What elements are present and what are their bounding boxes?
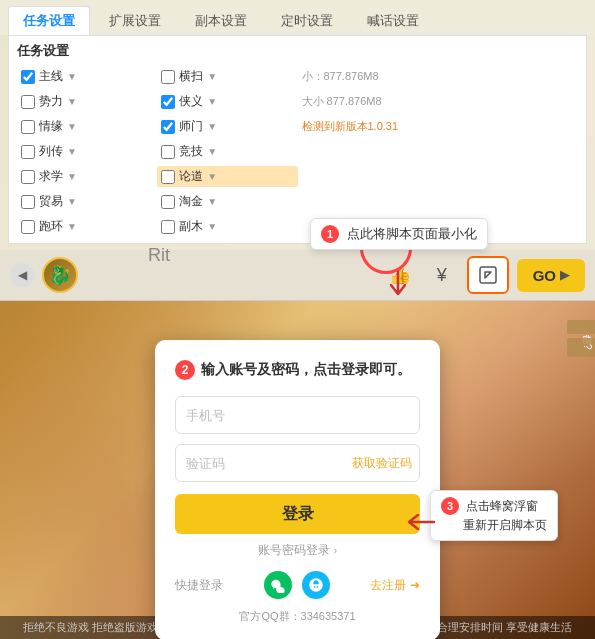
task-checkbox-power[interactable] [21,95,35,109]
task-checkbox-wood[interactable] [161,220,175,234]
task-label-chivalry: 侠义 [179,93,203,110]
go-button[interactable]: GO ▶ [517,259,585,292]
rit-text: Rit [148,245,170,266]
task-checkbox-chivalry[interactable] [161,95,175,109]
task-grid: 主线 ▼ 横扫 ▼ 小：877.876M8 势力 ▼ 侠义 ▼ [17,66,578,237]
task-checkbox-sweep[interactable] [161,70,175,84]
task-label-sweep: 横扫 [179,68,203,85]
task-label-run: 跑环 [39,218,63,235]
task-checkbox-gold[interactable] [161,195,175,209]
task-item-run[interactable]: 跑环 ▼ [17,216,157,237]
like-button[interactable]: 👍 [383,258,417,292]
tab-timer[interactable]: 定时设置 [266,6,348,35]
task-item-affinity[interactable]: 情缘 ▼ [17,116,157,137]
qq-group-text: 官方QQ群：334635371 [175,609,420,624]
task-checkbox-study[interactable] [21,170,35,184]
task-checkbox-trade[interactable] [21,195,35,209]
task-label-gold: 淘金 [179,193,203,210]
task-empty3 [298,191,579,212]
task-arrow-chivalry: ▼ [207,96,217,107]
task-arrow-mainline: ▼ [67,71,77,82]
minimize-button[interactable] [467,256,509,294]
tab-script[interactable]: 副本设置 [180,6,262,35]
go-label: GO [533,267,556,284]
register-text: 去注册 [370,577,406,594]
task-label-mainline: 主线 [39,68,63,85]
login-modal: 2 输入账号及密码，点击登录即可。 获取验证码 登录 账号密码登录 › 快捷登录 [155,340,440,639]
tab-shout[interactable]: 喊话设置 [352,6,434,35]
task-arrow-wood: ▼ [207,221,217,232]
login-header-text: 输入账号及密码，点击登录即可。 [201,361,411,379]
task-label-power: 势力 [39,93,63,110]
quick-login-icons [264,571,330,599]
task-arrow-study: ▼ [67,171,77,182]
login-button[interactable]: 登录 [175,494,420,534]
tab-task[interactable]: 任务设置 [8,6,90,35]
step3-bubble: 3 点击蜂窝浮窗 重新开启脚本页 [430,490,558,541]
phone-input[interactable] [175,396,420,434]
side-buttons: 自动 ? [567,320,595,357]
task-empty1 [298,141,579,162]
left-arrow-button[interactable]: ◀ [10,263,34,287]
bottom-toolbar: ◀ 🐉 👍 ¥ GO ▶ [0,250,595,300]
task-arrow-affinity: ▼ [67,121,77,132]
tab-expand[interactable]: 扩展设置 [94,6,176,35]
task-item-gold[interactable]: 淘金 ▼ [157,191,297,212]
task-label-affinity: 情缘 [39,118,63,135]
get-code-button[interactable]: 获取验证码 [352,455,412,472]
task-item-sweep[interactable]: 横扫 ▼ [157,66,297,87]
task-item-chivalry[interactable]: 侠义 ▼ [157,91,297,112]
side-button-auto[interactable]: 自动 [567,320,595,334]
side-button-help[interactable]: ? [567,338,595,357]
tooltip1-text: 点此将脚本页面最小化 [347,226,477,241]
account-pwd-text: 账号密码登录 [258,542,330,559]
task-label-wood: 副木 [179,218,203,235]
task-item-power[interactable]: 势力 ▼ [17,91,157,112]
task-label-sport: 竞技 [179,143,203,160]
task-panel-title: 任务设置 [17,42,578,60]
tooltip-bubble-1: 1 点此将脚本页面最小化 [310,218,488,250]
task-checkbox-run[interactable] [21,220,35,234]
task-label-study: 求学 [39,168,63,185]
task-arrow-run: ▼ [67,221,77,232]
yen-button[interactable]: ¥ [425,258,459,292]
qq-login-button[interactable] [302,571,330,599]
task-label-master: 师门 [179,118,203,135]
quick-login-row: 快捷登录 去注册 ➜ [175,571,420,599]
task-checkbox-affinity[interactable] [21,120,35,134]
chevron-icon: › [334,545,337,556]
task-info-text: 小：877.876M8 [298,66,579,87]
step2-number: 2 [175,360,195,380]
task-label-biography: 列传 [39,143,63,160]
task-item-study[interactable]: 求学 ▼ [17,166,157,187]
task-item-discuss[interactable]: 论道 ▼ [157,166,297,187]
account-pwd-login-link[interactable]: 账号密码登录 › [175,542,420,559]
task-item-master[interactable]: 师门 ▼ [157,116,297,137]
task-checkbox-sport[interactable] [161,145,175,159]
task-item-trade[interactable]: 贸易 ▼ [17,191,157,212]
task-arrow-trade: ▼ [67,196,77,207]
top-panel: 任务设置 扩展设置 副本设置 定时设置 喊话设置 任务设置 主线 ▼ 横扫 ▼ … [0,0,595,301]
register-link[interactable]: 去注册 ➜ [370,577,420,594]
task-item-wood[interactable]: 副木 ▼ [157,216,297,237]
step3-line2: 重新开启脚本页 [441,517,547,534]
step3-number: 3 [441,497,459,515]
code-input-group: 获取验证码 [175,444,420,482]
task-arrow-power: ▼ [67,96,77,107]
task-checkbox-master[interactable] [161,120,175,134]
task-item-sport[interactable]: 竞技 ▼ [157,141,297,162]
task-checkbox-mainline[interactable] [21,70,35,84]
task-checkbox-biography[interactable] [21,145,35,159]
login-header: 2 输入账号及密码，点击登录即可。 [175,360,420,380]
task-arrow-discuss: ▼ [207,171,217,182]
wechat-login-button[interactable] [264,571,292,599]
task-item-mainline[interactable]: 主线 ▼ [17,66,157,87]
task-version-text: 检测到新版本1.0.31 [298,116,579,137]
task-arrow-biography: ▼ [67,146,77,157]
play-icon: ▶ [560,268,569,282]
task-item-biography[interactable]: 列传 ▼ [17,141,157,162]
avatar-button[interactable]: 🐉 [42,257,78,293]
step3-line1: 点击蜂窝浮窗 [466,499,538,513]
task-checkbox-discuss[interactable] [161,170,175,184]
task-empty2 [298,166,579,187]
